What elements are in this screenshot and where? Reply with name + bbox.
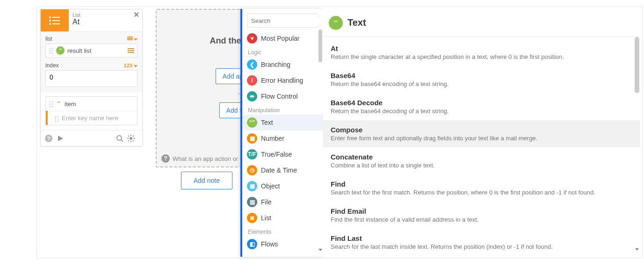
category-item[interactable]: ♥Most Popular [242,30,323,46]
category-item[interactable]: ◷Date & Time [242,162,323,178]
function-scrollbar[interactable] [635,37,639,255]
category-section-label: Elements [242,226,323,236]
chevron-down-icon[interactable] [318,246,322,253]
drag-handle-icon[interactable] [49,101,53,107]
category-item[interactable]: ≣List [242,210,323,226]
svg-point-4 [49,23,51,25]
text-icon: “” [56,46,65,55]
function-description: Search for the last match inside text. R… [331,243,630,250]
svg-rect-1 [52,17,60,18]
svg-line-17 [133,140,134,141]
category-icon: ≣ [247,213,257,223]
search-input[interactable] [251,17,330,24]
category-icon: ▤ [247,197,257,207]
list-value-text: result list [67,47,128,54]
nesting-bar [46,111,48,125]
category-icon: ! [247,75,257,86]
svg-rect-5 [52,23,60,24]
function-description: Enter free form text and optionally drag… [331,135,630,142]
function-list: AtReturn the single character at a speci… [323,37,640,255]
search-icon[interactable] [116,135,123,142]
list-icon [41,9,69,31]
category-icon: ◧ [247,239,257,249]
category-item[interactable]: ▣Object [242,178,323,194]
category-label: Branching [261,61,290,68]
category-label: Flow Control [261,93,298,100]
card-type-label: List [72,12,138,18]
function-item[interactable]: Find LastSearch for the last match insid… [329,229,632,255]
function-description: Return the single character at a specifi… [331,53,630,60]
function-name: Concatenate [331,153,630,161]
function-item[interactable]: ConcatenateCombine a list of text into a… [329,147,632,174]
function-description: Combine a list of text into a single tex… [331,162,630,169]
chevron-up-icon[interactable]: ⌃ [56,100,62,108]
help-icon: ? [161,154,170,163]
category-item[interactable]: ⬌Flow Control [242,88,323,104]
list-field-value[interactable]: “” result list [45,43,137,58]
category-item[interactable]: ◧Flows [242,236,323,252]
svg-point-11 [130,137,132,140]
text-category-icon: “” [329,16,343,30]
svg-point-9 [117,136,122,140]
function-item[interactable]: ComposeEnter free form text and optional… [323,120,640,147]
help-icon[interactable]: ? [44,134,53,143]
category-icon: ♥ [247,33,257,43]
index-input[interactable] [45,70,137,87]
play-icon[interactable] [57,135,64,142]
svg-line-16 [128,136,129,137]
svg-line-10 [121,140,123,142]
list-field-label: list [45,36,52,42]
structure-key-row[interactable]: Enter key name here [51,111,137,125]
function-name: At [331,44,630,52]
index-field-label: index [45,62,59,69]
svg-point-2 [49,20,51,22]
output-structure: ⌃ item Enter key name here [45,96,137,125]
chevron-down-icon[interactable] [635,248,639,255]
key-placeholder[interactable]: Enter key name here [62,115,118,122]
function-list-header: “” Text [323,9,640,37]
category-item[interactable]: !Error Handling [242,72,323,88]
close-icon[interactable]: ✕ [133,10,139,19]
category-panel: ♥Most PopularLogic❮Branching!Error Handl… [240,9,323,257]
scrollbar-thumb[interactable] [635,37,639,93]
scrollbar-thumb[interactable] [318,29,322,62]
category-item[interactable]: “”Text [242,115,323,130]
drag-handle-icon[interactable] [49,47,53,54]
category-item[interactable]: ▦Number [242,130,323,146]
function-item[interactable]: AtReturn the single character at a speci… [329,39,632,66]
function-description: Search text for the first match. Returns… [331,189,630,196]
app-frame: List At ✕ list “” result list index 123 [36,7,643,258]
category-item[interactable]: ▤File [242,194,323,210]
category-label: Text [261,119,273,126]
category-item[interactable]: ❮Branching [242,57,323,72]
card-footer: ? [41,130,142,146]
search-box[interactable] [247,14,318,28]
function-list-title: Text [347,17,366,28]
structure-item-row[interactable]: ⌃ item [46,97,137,111]
category-item[interactable]: T/FTrue/False [242,146,323,162]
svg-text:?: ? [47,136,51,141]
category-label: Flows [261,240,278,248]
category-label: Most Popular [261,35,299,42]
category-icon: ▦ [247,133,257,144]
svg-marker-8 [58,136,63,141]
function-item[interactable]: FindSearch text for the first match. Ret… [329,174,632,202]
list-trailing-icon [128,47,134,54]
add-note-button[interactable]: Add note [181,172,232,189]
category-scrollbar[interactable] [318,29,322,253]
card-title: At [72,18,138,26]
function-card: List At ✕ list “” result list index 123 [40,9,143,146]
function-item[interactable]: Find EmailFind the first instance of a v… [329,202,632,229]
category-label: Error Handling [261,77,303,84]
category-label: True/False [261,151,292,158]
number-type-icon[interactable]: 123 [124,63,137,68]
drag-handle-icon[interactable] [54,115,59,122]
function-item[interactable]: Base64Return the base64 encoding of a te… [329,66,632,93]
category-label: File [261,198,272,206]
card-header: List At ✕ [41,9,142,32]
category-icon: ▣ [247,181,257,191]
gear-icon[interactable] [127,135,135,142]
list-type-icon[interactable] [127,36,137,42]
category-icon: ❮ [247,59,257,70]
function-item[interactable]: Base64 DecodeReturn the base64 decoding … [329,93,632,120]
